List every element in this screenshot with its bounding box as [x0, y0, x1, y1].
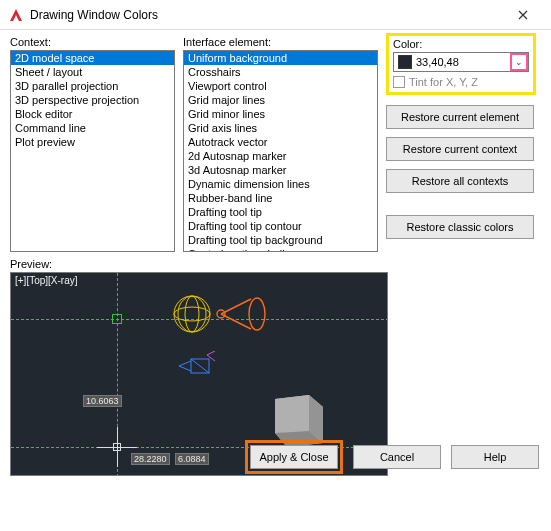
color-swatch: [398, 55, 412, 69]
color-column: Color: 33,40,48 ⌄ Tint for X, Y, Z Resto…: [386, 36, 536, 252]
cancel-button[interactable]: Cancel: [353, 445, 441, 469]
restore-all-contexts-button[interactable]: Restore all contexts: [386, 169, 534, 193]
chevron-down-icon[interactable]: ⌄: [510, 53, 528, 71]
apply-close-button[interactable]: Apply & Close: [250, 445, 338, 469]
interface-item[interactable]: Grid minor lines: [184, 107, 377, 121]
interface-item[interactable]: 2d Autosnap marker: [184, 149, 377, 163]
interface-item[interactable]: Uniform background: [184, 51, 377, 65]
coord-tooltip-1: 10.6063: [83, 395, 122, 407]
interface-item[interactable]: Drafting tool tip background: [184, 233, 377, 247]
color-dropdown[interactable]: 33,40,48 ⌄: [393, 52, 529, 72]
viewport-control-text: [+][Top][X-ray]: [15, 275, 78, 286]
interface-item[interactable]: Drafting tool tip: [184, 205, 377, 219]
coord-tooltip-3: 6.0884: [175, 453, 209, 465]
svg-line-7: [191, 359, 209, 373]
svg-point-4: [249, 298, 265, 330]
interface-column: Interface element: Uniform backgroundCro…: [183, 36, 378, 252]
tint-label: Tint for X, Y, Z: [409, 76, 478, 88]
wire-camera-icon: [177, 351, 217, 381]
svg-point-0: [174, 296, 210, 332]
restore-current-element-button[interactable]: Restore current element: [386, 105, 534, 129]
dialog-title: Drawing Window Colors: [30, 8, 503, 22]
apply-close-highlight: Apply & Close: [245, 440, 343, 474]
preview-label: Preview:: [10, 258, 541, 270]
restore-classic-colors-button[interactable]: Restore classic colors: [386, 215, 534, 239]
close-button[interactable]: [503, 1, 543, 29]
color-label: Color:: [393, 38, 529, 50]
context-item[interactable]: 3D perspective projection: [11, 93, 174, 107]
context-item[interactable]: Command line: [11, 121, 174, 135]
interface-item[interactable]: Grid axis lines: [184, 121, 377, 135]
svg-point-3: [178, 296, 206, 332]
context-item[interactable]: Block editor: [11, 107, 174, 121]
snap-marker: [112, 314, 122, 324]
context-item[interactable]: 2D model space: [11, 51, 174, 65]
interface-item[interactable]: Control vertices hull: [184, 247, 377, 252]
interface-label: Interface element:: [183, 36, 378, 48]
interface-item[interactable]: Autotrack vector: [184, 135, 377, 149]
app-icon: [8, 7, 24, 23]
color-value-text: 33,40,48: [416, 56, 510, 68]
context-item[interactable]: 3D parallel projection: [11, 79, 174, 93]
interface-item[interactable]: Crosshairs: [184, 65, 377, 79]
color-highlight-region: Color: 33,40,48 ⌄ Tint for X, Y, Z: [386, 33, 536, 95]
interface-item[interactable]: 3d Autosnap marker: [184, 163, 377, 177]
coord-tooltip-2: 28.2280: [131, 453, 170, 465]
interface-listbox[interactable]: Uniform backgroundCrosshairsViewport con…: [183, 50, 378, 252]
context-item[interactable]: Plot preview: [11, 135, 174, 149]
bottom-button-row: Apply & Close Cancel Help: [245, 440, 539, 474]
context-listbox[interactable]: 2D model spaceSheet / layout3D parallel …: [10, 50, 175, 252]
svg-point-1: [174, 307, 210, 321]
svg-marker-9: [275, 395, 309, 433]
context-label: Context:: [10, 36, 175, 48]
interface-item[interactable]: Drafting tool tip contour: [184, 219, 377, 233]
drawing-window-colors-dialog: Drawing Window Colors Context: 2D model …: [0, 0, 551, 531]
interface-item[interactable]: Grid major lines: [184, 93, 377, 107]
titlebar: Drawing Window Colors: [0, 0, 551, 30]
interface-item[interactable]: Dynamic dimension lines: [184, 177, 377, 191]
restore-current-context-button[interactable]: Restore current context: [386, 137, 534, 161]
context-column: Context: 2D model spaceSheet / layout3D …: [10, 36, 175, 252]
interface-item[interactable]: Viewport control: [184, 79, 377, 93]
context-item[interactable]: Sheet / layout: [11, 65, 174, 79]
tint-checkbox[interactable]: [393, 76, 405, 88]
svg-point-2: [185, 296, 199, 332]
tint-row: Tint for X, Y, Z: [393, 76, 529, 88]
wire-sphere-icon: [171, 293, 213, 335]
help-button[interactable]: Help: [451, 445, 539, 469]
interface-item[interactable]: Rubber-band line: [184, 191, 377, 205]
wire-cone-icon: [215, 291, 267, 337]
